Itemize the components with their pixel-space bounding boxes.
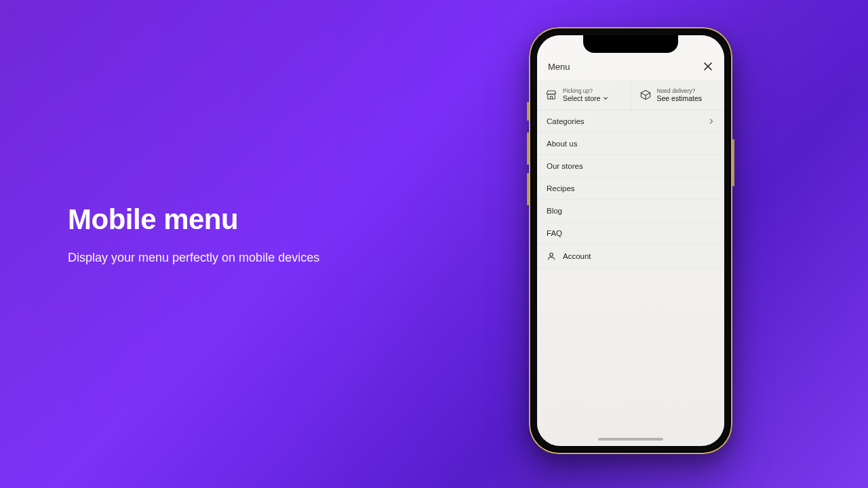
menu-item-label: Our stores	[547, 162, 583, 170]
chevron-right-icon	[708, 118, 715, 125]
delivery-action[interactable]: Need delivery? See estimates	[631, 81, 725, 110]
menu-item-label: About us	[547, 140, 577, 148]
actions-row: Picking up? Select store Need delivery? …	[537, 81, 724, 110]
phone-screen: Menu Picking up? Select store	[537, 35, 724, 446]
store-icon	[545, 89, 557, 101]
pickup-action[interactable]: Picking up? Select store	[537, 81, 631, 110]
hero-text: Mobile menu Display your menu perfectly …	[68, 203, 319, 265]
menu-item-about[interactable]: About us	[537, 133, 724, 155]
hero-title: Mobile menu	[68, 203, 319, 236]
menu-item-categories[interactable]: Categories	[537, 110, 724, 133]
menu-item-faq[interactable]: FAQ	[537, 222, 724, 245]
phone-power-button	[732, 139, 734, 186]
pickup-hint: Picking up?	[563, 87, 608, 94]
menu-item-label: FAQ	[547, 229, 562, 237]
delivery-hint: Need delivery?	[657, 87, 703, 94]
pickup-label: Select store	[563, 94, 600, 103]
menu-item-stores[interactable]: Our stores	[537, 155, 724, 178]
chevron-down-icon	[603, 94, 608, 103]
menu-item-account[interactable]: Account	[537, 245, 724, 268]
user-icon	[547, 251, 556, 261]
phone-notch	[583, 35, 678, 53]
phone-volume-up	[527, 132, 529, 165]
menu-title: Menu	[548, 62, 570, 72]
delivery-label: See estimates	[657, 94, 703, 103]
pickup-label-row: Select store	[563, 94, 608, 103]
menu-item-recipes[interactable]: Recipes	[537, 178, 724, 200]
screen-empty-area	[537, 268, 724, 445]
menu-item-blog[interactable]: Blog	[537, 200, 724, 222]
delivery-text: Need delivery? See estimates	[657, 87, 703, 103]
menu-item-label: Categories	[547, 117, 585, 125]
svg-point-0	[550, 253, 553, 256]
home-indicator	[598, 438, 663, 441]
close-icon[interactable]	[703, 61, 713, 72]
menu-item-label: Blog	[547, 207, 562, 215]
phone-mute-switch	[527, 102, 529, 121]
menu-item-label: Account	[563, 252, 591, 260]
package-icon	[639, 89, 652, 101]
hero-subtitle: Display your menu perfectly on mobile de…	[68, 251, 319, 265]
menu-list: Categories About us Our stores Recipes B…	[537, 110, 724, 268]
pickup-text: Picking up? Select store	[563, 87, 608, 103]
menu-item-label: Recipes	[547, 184, 575, 192]
phone-volume-down	[527, 173, 529, 205]
phone-mockup: Menu Picking up? Select store	[529, 27, 732, 454]
